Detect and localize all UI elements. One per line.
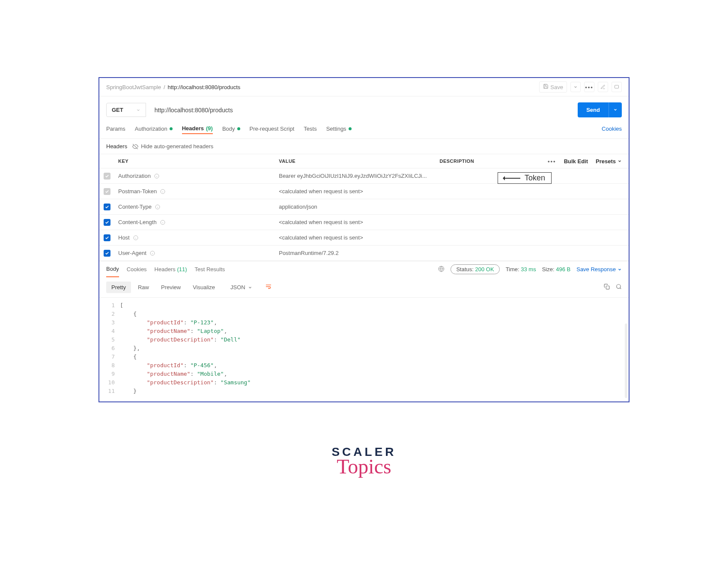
row-checkbox[interactable] (104, 234, 110, 241)
status-pill: Status: 200 OK (451, 264, 499, 274)
chevron-down-icon (618, 159, 622, 163)
tab-params[interactable]: Params (106, 124, 125, 134)
vtab-pretty[interactable]: Pretty (106, 282, 131, 293)
response-meta: Status: 200 OK Time: 33 ms Size: 496 B S… (438, 264, 622, 274)
row-checkbox[interactable] (104, 250, 110, 257)
more-actions-button[interactable]: ••• (584, 82, 594, 92)
send-dropdown[interactable] (609, 102, 622, 117)
save-button[interactable]: Save (539, 81, 567, 93)
response-tabs: Body Cookies Headers (11) Test Results S… (99, 261, 629, 277)
info-icon[interactable] (155, 204, 160, 210)
eye-off-icon (132, 144, 138, 150)
tab-body[interactable]: Body (222, 124, 240, 134)
method-select[interactable]: GET (106, 103, 146, 117)
table-row[interactable]: Content-Length <calculated when request … (99, 215, 629, 230)
line-gutter: 1234567891011 (99, 301, 120, 395)
breadcrumb-sep: / (164, 84, 165, 90)
header-key[interactable]: Content-Length (114, 215, 274, 230)
row-checkbox[interactable] (104, 219, 110, 226)
header-key[interactable]: Authorization (114, 168, 274, 183)
breadcrumb-request[interactable]: http://localhost:8080/products (168, 84, 241, 90)
token-annotation: Token (498, 172, 552, 184)
header-value[interactable]: <calculated when request is sent> (274, 230, 435, 245)
row-checkbox[interactable] (104, 188, 110, 195)
table-row[interactable]: Host <calculated when request is sent> (99, 230, 629, 246)
send-button[interactable]: Send (578, 102, 622, 117)
request-tabs: Params Authorization Headers (9) Body Pr… (99, 123, 629, 139)
send-label: Send (578, 102, 609, 117)
topbar: SpringBootJwtSample / http://localhost:8… (99, 78, 629, 96)
chevron-down-icon (136, 108, 140, 112)
header-desc[interactable] (435, 234, 519, 242)
breadcrumb: SpringBootJwtSample / http://localhost:8… (106, 84, 240, 90)
table-row[interactable]: User-Agent PostmanRuntime/7.29.2 (99, 246, 629, 261)
tab-authorization[interactable]: Authorization (135, 124, 173, 134)
info-icon[interactable] (154, 174, 159, 179)
presets-button[interactable]: Presets (596, 158, 622, 165)
tab-headers[interactable]: Headers (9) (182, 123, 213, 134)
vtab-visualize[interactable]: Visualize (188, 282, 220, 293)
header-key[interactable]: Content-Type (114, 199, 274, 214)
tab-settings[interactable]: Settings (326, 124, 352, 134)
save-dropdown[interactable] (570, 82, 581, 92)
method-label: GET (112, 107, 123, 113)
bulk-edit-button[interactable]: Bulk Edit (564, 158, 588, 165)
code-lines[interactable]: [ { "productId": "P-123", "productName":… (120, 301, 629, 395)
breadcrumb-project[interactable]: SpringBootJwtSample (106, 84, 161, 90)
row-checkbox[interactable] (104, 173, 110, 180)
headers-table: KEY VALUE DESCRIPTION ••• Bulk Edit Pres… (99, 154, 629, 261)
url-input[interactable]: http://localhost:8080/products (150, 103, 573, 117)
comment-button[interactable] (612, 82, 622, 92)
header-value[interactable]: <calculated when request is sent> (274, 215, 435, 230)
table-actions: ••• Bulk Edit Presets (519, 158, 629, 165)
vtab-preview[interactable]: Preview (156, 282, 186, 293)
resp-tab-cookies[interactable]: Cookies (127, 262, 147, 277)
format-select[interactable]: JSON (226, 282, 257, 293)
chevron-down-icon (618, 267, 622, 272)
tab-prerequest[interactable]: Pre-request Script (250, 124, 295, 134)
search-button[interactable] (616, 284, 622, 291)
table-row[interactable]: Content-Type application/json (99, 199, 629, 215)
row-checkbox[interactable] (104, 204, 110, 210)
globe-icon[interactable] (438, 266, 445, 273)
header-value[interactable]: Bearer eyJhbGciOiJIUzI1NiJ9.eyJzdWIiOiJz… (274, 168, 435, 183)
wrap-button[interactable] (265, 283, 272, 291)
header-desc[interactable] (435, 203, 519, 211)
scrollbar[interactable] (625, 323, 627, 398)
search-icon (616, 284, 622, 290)
table-more-button[interactable]: ••• (548, 158, 556, 165)
vtab-raw[interactable]: Raw (133, 282, 154, 293)
resp-tab-body[interactable]: Body (106, 261, 119, 277)
annotation-label: Token (525, 174, 545, 183)
logo-line2: Topics (0, 455, 728, 478)
header-value[interactable]: application/json (274, 199, 435, 214)
info-icon[interactable] (160, 189, 165, 194)
headers-subhead: Headers Hide auto-generated headers (99, 139, 629, 154)
hide-autogen-button[interactable]: Hide auto-generated headers (132, 143, 213, 150)
save-response-button[interactable]: Save Response (576, 266, 622, 273)
info-icon[interactable] (150, 251, 155, 256)
headers-label: Headers (106, 143, 127, 150)
header-desc[interactable] (435, 218, 519, 227)
header-key[interactable]: Postman-Token (114, 184, 274, 199)
settings-dot-icon (349, 127, 352, 130)
tab-tests[interactable]: Tests (304, 124, 316, 134)
edit-button[interactable] (598, 82, 608, 92)
copy-icon (604, 284, 610, 290)
table-row[interactable]: Postman-Token <calculated when request i… (99, 184, 629, 199)
header-key[interactable]: User-Agent (114, 246, 274, 261)
time-meta: Time: 33 ms (506, 266, 536, 273)
header-desc[interactable] (435, 249, 519, 258)
header-key[interactable]: Host (114, 230, 274, 245)
resp-tab-headers[interactable]: Headers (11) (155, 262, 187, 277)
svg-line-25 (620, 288, 621, 289)
postman-window: SpringBootJwtSample / http://localhost:8… (98, 77, 630, 402)
info-icon[interactable] (133, 235, 138, 240)
copy-button[interactable] (604, 284, 610, 291)
header-value[interactable]: <calculated when request is sent> (274, 184, 435, 199)
header-desc[interactable] (435, 187, 519, 196)
header-value[interactable]: PostmanRuntime/7.29.2 (274, 246, 435, 261)
resp-tab-tests[interactable]: Test Results (195, 262, 225, 277)
info-icon[interactable] (160, 220, 165, 225)
cookies-link[interactable]: Cookies (602, 126, 622, 132)
